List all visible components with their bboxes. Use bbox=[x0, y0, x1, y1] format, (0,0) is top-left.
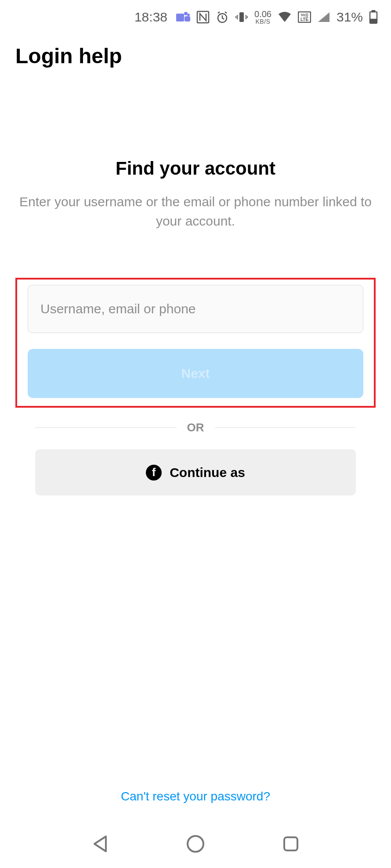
facebook-button-label: Continue as bbox=[170, 465, 245, 480]
content-area: Find your account Enter your username or… bbox=[0, 158, 391, 495]
svg-point-2 bbox=[187, 14, 190, 16]
wifi-icon bbox=[278, 11, 292, 23]
svg-rect-14 bbox=[284, 837, 297, 850]
status-bar: 18:38 0.06 KB/S Vo))LTE 31% bbox=[0, 0, 391, 31]
sub-heading: Enter your username or the email or phon… bbox=[15, 192, 376, 230]
svg-point-1 bbox=[184, 12, 188, 15]
teams-icon bbox=[176, 11, 190, 23]
svg-rect-3 bbox=[185, 16, 190, 22]
svg-rect-11 bbox=[372, 11, 375, 12]
username-email-phone-input[interactable] bbox=[28, 285, 363, 333]
vibrate-icon bbox=[235, 11, 248, 24]
status-time: 18:38 bbox=[134, 10, 167, 25]
svg-rect-12 bbox=[371, 19, 376, 22]
battery-icon bbox=[369, 10, 378, 24]
bottom-link-container: Can't reset your password? bbox=[0, 789, 391, 803]
facebook-icon: f bbox=[146, 465, 162, 481]
data-rate-value: 0.06 bbox=[254, 10, 272, 18]
recent-apps-button[interactable] bbox=[278, 831, 304, 857]
main-heading: Find your account bbox=[15, 158, 376, 179]
data-rate-icon: 0.06 KB/S bbox=[254, 10, 272, 25]
next-button[interactable]: Next bbox=[28, 349, 363, 398]
or-text: OR bbox=[177, 421, 215, 434]
back-button[interactable] bbox=[87, 831, 113, 857]
home-button[interactable] bbox=[182, 831, 209, 857]
continue-with-facebook-button[interactable]: f Continue as bbox=[35, 449, 356, 495]
svg-text:LTE: LTE bbox=[300, 17, 308, 22]
svg-text:Vo)): Vo)) bbox=[301, 13, 308, 17]
signal-icon bbox=[317, 11, 330, 23]
or-divider: OR bbox=[35, 421, 356, 434]
svg-rect-6 bbox=[239, 12, 244, 22]
divider-line-right bbox=[215, 427, 356, 428]
svg-point-13 bbox=[188, 836, 203, 852]
alarm-icon bbox=[216, 11, 229, 24]
cant-reset-password-link[interactable]: Can't reset your password? bbox=[121, 789, 270, 803]
android-nav-bar bbox=[0, 820, 391, 868]
volte-icon: Vo))LTE bbox=[298, 11, 311, 23]
page-title: Login help bbox=[0, 31, 391, 72]
heading-section: Find your account Enter your username or… bbox=[15, 158, 376, 230]
divider-line-left bbox=[35, 427, 177, 428]
nfc-icon bbox=[196, 11, 210, 24]
battery-percentage: 31% bbox=[337, 10, 363, 25]
highlighted-form-area: Next bbox=[15, 278, 376, 408]
data-rate-unit: KB/S bbox=[254, 18, 272, 25]
svg-rect-0 bbox=[176, 14, 184, 22]
